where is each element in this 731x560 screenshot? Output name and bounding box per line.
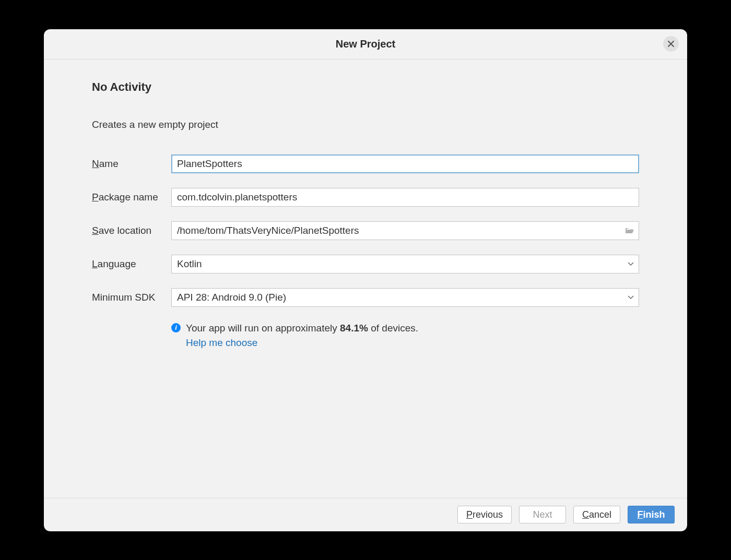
name-input[interactable] <box>171 154 639 173</box>
name-row: Name <box>92 154 639 173</box>
dialog-title: New Project <box>336 38 395 50</box>
dialog-content: No Activity Creates a new empty project … <box>44 59 687 498</box>
name-label: Name <box>92 158 171 170</box>
min-sdk-label: Minimum SDK <box>92 292 171 303</box>
sdk-info-text: Your app will run on approximately 84.1%… <box>186 321 418 336</box>
browse-folder-button[interactable] <box>624 225 635 236</box>
help-me-choose-link[interactable]: Help me choose <box>186 337 418 349</box>
folder-open-icon <box>624 225 635 236</box>
language-row: Language Kotlin <box>92 255 639 273</box>
next-button: Next <box>519 506 566 523</box>
language-label: Language <box>92 258 171 270</box>
cancel-button[interactable]: Cancel <box>573 506 620 523</box>
dialog-footer: Previous Next Cancel Finish <box>44 498 687 531</box>
sdk-info-block: i Your app will run on approximately 84.… <box>171 321 639 349</box>
new-project-dialog: New Project No Activity Creates a new em… <box>44 29 687 531</box>
finish-button[interactable]: Finish <box>628 506 675 523</box>
save-location-label: Save location <box>92 225 171 236</box>
section-description: Creates a new empty project <box>92 119 639 130</box>
previous-button[interactable]: Previous <box>457 506 512 523</box>
package-name-label: Package name <box>92 192 171 203</box>
package-name-row: Package name <box>92 188 639 207</box>
info-icon: i <box>171 323 181 332</box>
save-location-input[interactable] <box>171 221 639 240</box>
min-sdk-row: Minimum SDK API 28: Android 9.0 (Pie) <box>92 288 639 307</box>
section-heading: No Activity <box>92 80 639 94</box>
close-icon <box>667 40 675 47</box>
titlebar: New Project <box>44 29 687 59</box>
min-sdk-select[interactable]: API 28: Android 9.0 (Pie) <box>171 288 639 307</box>
package-name-input[interactable] <box>171 188 639 207</box>
language-select[interactable]: Kotlin <box>171 255 639 273</box>
close-button[interactable] <box>663 36 679 52</box>
save-location-row: Save location <box>92 221 639 240</box>
